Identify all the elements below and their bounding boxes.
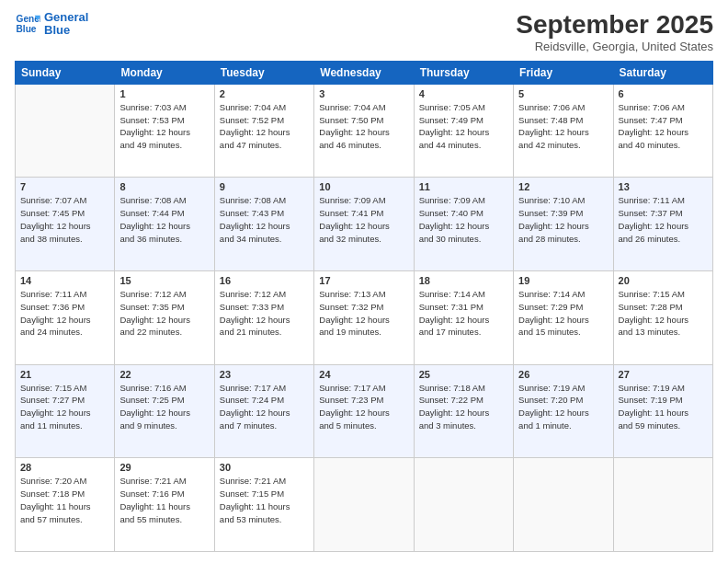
day-number: 22 <box>119 369 209 380</box>
calendar-header-thursday: Thursday <box>414 61 513 84</box>
calendar-cell: 21Sunrise: 7:15 AM Sunset: 7:27 PM Dayli… <box>16 364 115 458</box>
calendar-cell: 16Sunrise: 7:12 AM Sunset: 7:33 PM Dayli… <box>214 271 313 365</box>
day-info: Sunrise: 7:19 AM Sunset: 7:19 PM Dayligh… <box>619 382 708 432</box>
day-info: Sunrise: 7:15 AM Sunset: 7:27 PM Dayligh… <box>20 382 109 432</box>
calendar-cell: 18Sunrise: 7:14 AM Sunset: 7:31 PM Dayli… <box>414 271 513 365</box>
calendar-header-saturday: Saturday <box>613 61 712 84</box>
day-number: 29 <box>119 462 209 473</box>
day-number: 17 <box>319 275 408 286</box>
day-info: Sunrise: 7:21 AM Sunset: 7:16 PM Dayligh… <box>119 475 209 525</box>
calendar-cell: 15Sunrise: 7:12 AM Sunset: 7:35 PM Dayli… <box>115 271 214 365</box>
calendar-header-tuesday: Tuesday <box>214 61 313 84</box>
calendar-table: SundayMondayTuesdayWednesdayThursdayFrid… <box>15 61 713 552</box>
day-info: Sunrise: 7:14 AM Sunset: 7:29 PM Dayligh… <box>518 288 608 339</box>
logo-icon: General Blue <box>15 11 40 37</box>
calendar-cell: 26Sunrise: 7:19 AM Sunset: 7:20 PM Dayli… <box>514 364 613 458</box>
day-number: 12 <box>518 181 608 192</box>
calendar-cell: 9Sunrise: 7:08 AM Sunset: 7:43 PM Daylig… <box>214 178 313 271</box>
day-number: 27 <box>619 369 708 380</box>
calendar-week-row: 28Sunrise: 7:20 AM Sunset: 7:18 PM Dayli… <box>16 458 713 552</box>
calendar-week-row: 7Sunrise: 7:07 AM Sunset: 7:45 PM Daylig… <box>16 178 713 271</box>
header: General Blue General Blue September 2025… <box>15 11 713 53</box>
day-info: Sunrise: 7:09 AM Sunset: 7:41 PM Dayligh… <box>319 194 408 245</box>
day-number: 10 <box>319 181 408 192</box>
calendar-cell: 1Sunrise: 7:03 AM Sunset: 7:53 PM Daylig… <box>115 84 214 178</box>
calendar-cell: 20Sunrise: 7:15 AM Sunset: 7:28 PM Dayli… <box>613 271 712 365</box>
calendar-cell: 17Sunrise: 7:13 AM Sunset: 7:32 PM Dayli… <box>314 271 414 365</box>
calendar-cell: 23Sunrise: 7:17 AM Sunset: 7:24 PM Dayli… <box>214 364 313 458</box>
calendar-cell <box>414 458 513 552</box>
page: General Blue General Blue September 2025… <box>0 0 728 563</box>
day-info: Sunrise: 7:19 AM Sunset: 7:20 PM Dayligh… <box>518 382 608 432</box>
calendar-cell: 6Sunrise: 7:06 AM Sunset: 7:47 PM Daylig… <box>613 84 712 178</box>
day-info: Sunrise: 7:04 AM Sunset: 7:52 PM Dayligh… <box>220 101 309 152</box>
calendar-cell: 22Sunrise: 7:16 AM Sunset: 7:25 PM Dayli… <box>115 364 214 458</box>
day-info: Sunrise: 7:17 AM Sunset: 7:24 PM Dayligh… <box>220 382 309 432</box>
day-number: 19 <box>518 275 608 286</box>
day-info: Sunrise: 7:14 AM Sunset: 7:31 PM Dayligh… <box>419 288 508 339</box>
day-info: Sunrise: 7:21 AM Sunset: 7:15 PM Dayligh… <box>220 475 309 525</box>
logo: General Blue General Blue <box>15 11 88 38</box>
logo-line1: General <box>44 11 88 24</box>
day-number: 24 <box>319 369 408 380</box>
calendar-cell: 2Sunrise: 7:04 AM Sunset: 7:52 PM Daylig… <box>214 84 313 178</box>
calendar-header-sunday: Sunday <box>16 61 115 84</box>
calendar-cell: 8Sunrise: 7:08 AM Sunset: 7:44 PM Daylig… <box>115 178 214 271</box>
calendar-week-row: 21Sunrise: 7:15 AM Sunset: 7:27 PM Dayli… <box>16 364 713 458</box>
day-number: 18 <box>419 275 508 286</box>
day-number: 3 <box>319 88 408 99</box>
day-number: 20 <box>619 275 708 286</box>
day-info: Sunrise: 7:06 AM Sunset: 7:48 PM Dayligh… <box>518 101 608 152</box>
day-info: Sunrise: 7:11 AM Sunset: 7:36 PM Dayligh… <box>20 288 109 339</box>
calendar-cell: 3Sunrise: 7:04 AM Sunset: 7:50 PM Daylig… <box>314 84 414 178</box>
calendar-cell: 24Sunrise: 7:17 AM Sunset: 7:23 PM Dayli… <box>314 364 414 458</box>
calendar-cell: 13Sunrise: 7:11 AM Sunset: 7:37 PM Dayli… <box>613 178 712 271</box>
day-number: 7 <box>20 181 109 192</box>
day-info: Sunrise: 7:18 AM Sunset: 7:22 PM Dayligh… <box>419 382 508 432</box>
day-number: 1 <box>119 88 209 99</box>
day-info: Sunrise: 7:08 AM Sunset: 7:43 PM Dayligh… <box>220 194 309 245</box>
calendar-cell: 30Sunrise: 7:21 AM Sunset: 7:15 PM Dayli… <box>214 458 313 552</box>
subtitle: Reidsville, Georgia, United States <box>516 40 713 53</box>
main-title: September 2025 <box>516 11 713 40</box>
day-info: Sunrise: 7:17 AM Sunset: 7:23 PM Dayligh… <box>319 382 408 432</box>
day-number: 4 <box>419 88 508 99</box>
calendar-cell <box>613 458 712 552</box>
calendar-cell: 28Sunrise: 7:20 AM Sunset: 7:18 PM Dayli… <box>16 458 115 552</box>
day-number: 15 <box>119 275 209 286</box>
day-number: 28 <box>20 462 109 473</box>
calendar-cell: 19Sunrise: 7:14 AM Sunset: 7:29 PM Dayli… <box>514 271 613 365</box>
day-info: Sunrise: 7:05 AM Sunset: 7:49 PM Dayligh… <box>419 101 508 152</box>
calendar-cell: 10Sunrise: 7:09 AM Sunset: 7:41 PM Dayli… <box>314 178 414 271</box>
calendar-cell: 14Sunrise: 7:11 AM Sunset: 7:36 PM Dayli… <box>16 271 115 365</box>
calendar-cell: 4Sunrise: 7:05 AM Sunset: 7:49 PM Daylig… <box>414 84 513 178</box>
day-info: Sunrise: 7:16 AM Sunset: 7:25 PM Dayligh… <box>119 382 209 432</box>
day-info: Sunrise: 7:04 AM Sunset: 7:50 PM Dayligh… <box>319 101 408 152</box>
day-number: 25 <box>419 369 508 380</box>
calendar-header-monday: Monday <box>115 61 214 84</box>
logo-line2: Blue <box>44 24 88 37</box>
day-info: Sunrise: 7:20 AM Sunset: 7:18 PM Dayligh… <box>20 475 109 525</box>
calendar-week-row: 1Sunrise: 7:03 AM Sunset: 7:53 PM Daylig… <box>16 84 713 178</box>
day-number: 30 <box>220 462 309 473</box>
calendar-cell: 12Sunrise: 7:10 AM Sunset: 7:39 PM Dayli… <box>514 178 613 271</box>
day-info: Sunrise: 7:13 AM Sunset: 7:32 PM Dayligh… <box>319 288 408 339</box>
calendar-cell <box>314 458 414 552</box>
day-info: Sunrise: 7:08 AM Sunset: 7:44 PM Dayligh… <box>119 194 209 245</box>
day-number: 5 <box>518 88 608 99</box>
day-number: 9 <box>220 181 309 192</box>
calendar-header-row: SundayMondayTuesdayWednesdayThursdayFrid… <box>16 61 713 84</box>
day-number: 23 <box>220 369 309 380</box>
day-number: 14 <box>20 275 109 286</box>
calendar-cell: 25Sunrise: 7:18 AM Sunset: 7:22 PM Dayli… <box>414 364 513 458</box>
svg-text:Blue: Blue <box>17 25 37 35</box>
day-number: 16 <box>220 275 309 286</box>
day-number: 21 <box>20 369 109 380</box>
day-info: Sunrise: 7:07 AM Sunset: 7:45 PM Dayligh… <box>20 194 109 245</box>
day-number: 2 <box>220 88 309 99</box>
day-info: Sunrise: 7:10 AM Sunset: 7:39 PM Dayligh… <box>518 194 608 245</box>
day-info: Sunrise: 7:06 AM Sunset: 7:47 PM Dayligh… <box>619 101 708 152</box>
title-block: September 2025 Reidsville, Georgia, Unit… <box>516 11 713 53</box>
day-info: Sunrise: 7:03 AM Sunset: 7:53 PM Dayligh… <box>119 101 209 152</box>
day-number: 11 <box>419 181 508 192</box>
